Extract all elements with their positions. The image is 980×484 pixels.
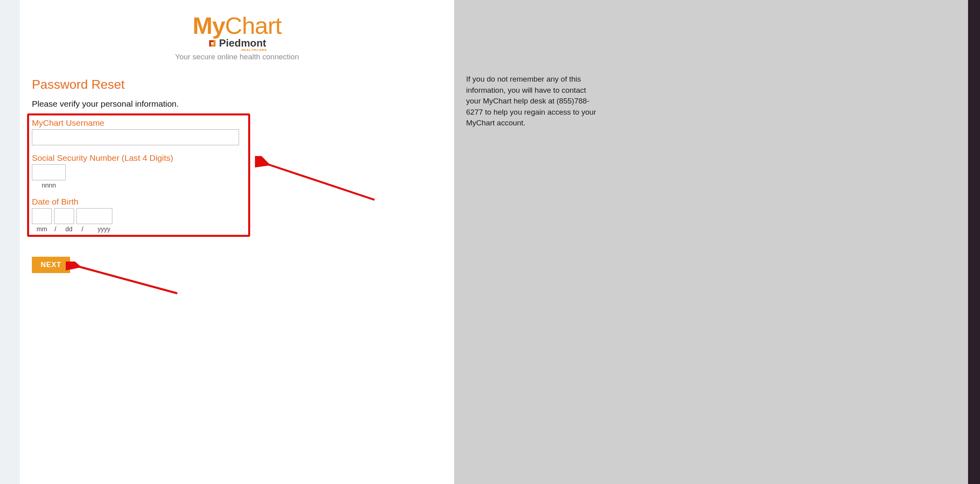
piedmont-word: Piedmont [219,37,266,49]
background-right [968,0,980,484]
annotation-arrow-icon [66,262,185,301]
piedmont-icon [208,39,217,48]
dob-hint-yyyy: yyyy [86,226,122,233]
username-input[interactable] [32,129,239,145]
help-text: If you do not remember any of this infor… [466,74,602,129]
instruction-text: Please verify your personal information. [32,99,442,109]
logo-chart-text: Chart [225,12,282,39]
tagline: Your secure online health connection [32,53,442,61]
dob-group: Date of Birth mm / dd / yyyy [32,197,442,233]
username-group: MyChart Username [32,118,442,145]
dob-hint-sep2: / [81,226,84,233]
healthcare-word: HEALTHCARE [241,48,267,52]
dob-hint-sep1: / [54,226,57,233]
username-label: MyChart Username [32,118,442,128]
main-card: MyChart Piedmont HEALTHCARE Your secure … [20,0,454,484]
ssn-input[interactable] [32,164,66,180]
page-title: Password Reset [32,77,442,92]
background-left [0,0,20,484]
dob-hint-row: mm / dd / yyyy [32,226,442,233]
form-area: MyChart Username Social Security Number … [32,118,442,273]
dob-year-input[interactable] [76,208,112,224]
dob-label: Date of Birth [32,197,442,207]
dob-hint-mm: mm [32,226,52,233]
piedmont-text: Piedmont HEALTHCARE [219,37,266,49]
next-button[interactable]: NEXT [32,257,70,273]
mychart-logo: MyChart [32,12,442,39]
help-side-panel: If you do not remember any of this infor… [466,74,602,129]
logo-block: MyChart Piedmont HEALTHCARE Your secure … [32,12,442,61]
ssn-group: Social Security Number (Last 4 Digits) n… [32,153,442,189]
ssn-hint: nnnn [32,182,66,189]
dob-inputs-row [32,208,442,224]
dob-day-input[interactable] [54,208,74,224]
piedmont-line: Piedmont HEALTHCARE [32,37,442,49]
logo-my-text: My [192,12,225,39]
dob-month-input[interactable] [32,208,52,224]
svg-line-1 [78,266,177,293]
dob-hint-dd: dd [59,226,79,233]
ssn-label: Social Security Number (Last 4 Digits) [32,153,442,163]
